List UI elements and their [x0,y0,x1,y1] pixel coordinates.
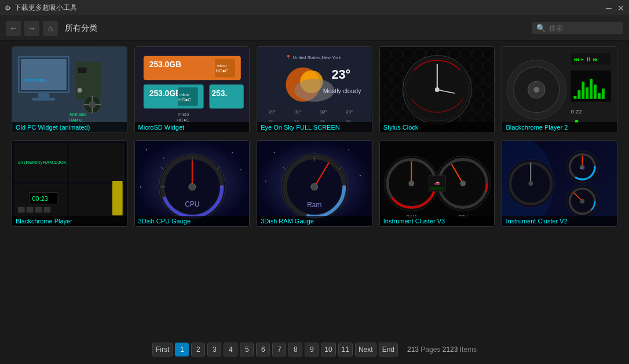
widget-name-5: Blackchrome Player [12,216,127,226]
page-info: 213 Pages 2123 Items [407,345,477,354]
svg-rect-66 [590,79,593,99]
svg-rect-79 [70,144,124,181]
list-item[interactable]: Ram 3Dish RAM Gauge [257,140,372,227]
page-11-button[interactable]: 11 [338,343,353,356]
svg-point-131 [460,181,466,186]
page-2-button[interactable]: 2 [191,343,205,356]
titlebar-controls: ─ ✕ [606,4,624,12]
list-item[interactable]: 📍 United States,New York 23° Mostly clou… [257,46,372,133]
widget-name-9: Instrument Cluster V2 [502,216,617,226]
svg-rect-86 [35,207,42,213]
search-input[interactable] [549,24,619,32]
svg-point-57 [435,87,440,92]
svg-rect-7 [78,67,87,73]
svg-text:micro: micro [217,64,226,68]
svg-rect-88 [112,181,123,215]
svg-point-94 [140,186,141,187]
svg-point-90 [145,149,147,150]
svg-point-13 [89,101,96,108]
forward-button[interactable]: → [24,21,39,36]
widget-name-6: 3Dish CPU Gauge [135,216,250,226]
svg-text:0:22: 0:22 [571,108,582,115]
list-item[interactable]: Photo Albu... Animated RAM u... Old PC W… [12,46,127,133]
widget-grid: Photo Albu... Animated RAM u... Old PC W… [12,46,617,227]
total-items: 2123 [443,345,458,354]
page-5-button[interactable]: 5 [240,343,254,356]
svg-point-108 [348,149,349,150]
svg-text:📍 United States,New York: 📍 United States,New York [286,54,341,60]
svg-text:31°: 31° [294,109,301,115]
page-8-button[interactable]: 8 [288,343,302,356]
page-9-button[interactable]: 9 [305,343,319,356]
widget-name-2: Eye On Sky FULL SCREEN [257,122,372,133]
svg-text:micro: micro [180,93,189,97]
svg-point-92 [232,152,233,153]
page-3-button[interactable]: 3 [207,343,221,356]
pagination-area: First 1 2 3 4 5 6 7 8 9 10 11 Next End 2… [0,335,629,364]
svg-point-126 [408,181,414,186]
svg-rect-64 [582,82,585,99]
first-page-button[interactable]: First [152,343,173,356]
svg-rect-68 [598,93,601,99]
svg-text:Mostly cloudy: Mostly cloudy [323,87,361,94]
svg-text:253.0GB: 253.0GB [149,89,181,98]
minimize-button[interactable]: ─ [606,4,612,12]
list-item[interactable]: 40 Instrument Cluster V2 [502,140,617,227]
svg-text:🚗: 🚗 [434,179,440,185]
svg-point-73 [534,87,540,93]
svg-text:Animated: Animated [70,112,86,116]
total-pages: 213 [407,345,419,354]
title-icon: ⚙ [5,4,11,12]
end-page-button[interactable]: End [379,343,398,356]
page-6-button[interactable]: 6 [256,343,270,356]
svg-point-149 [580,199,585,204]
svg-text:HC●C: HC●C [215,68,228,73]
page-10-button[interactable]: 10 [321,343,335,356]
svg-rect-85 [27,207,34,213]
svg-rect-62 [574,96,577,99]
svg-text:40: 40 [580,166,585,170]
list-item[interactable]: 🚗 RAM CPU Instrument Cluster V3 [379,140,495,227]
list-item[interactable]: 253.0GB © micro HC●C 253.0GB micro HC●C … [134,46,250,133]
svg-point-91 [163,158,164,159]
list-item[interactable]: ⏮ ▶ ⏸ ⏭ 0:22 [502,46,617,133]
svg-text:HC●C: HC●C [178,97,191,102]
search-icon: 🔍 [536,24,546,32]
svg-point-107 [274,152,275,153]
titlebar-title: 下载更多超吸小工具 [14,3,77,13]
svg-rect-4 [38,93,49,98]
widget-name-7: 3Dish RAM Gauge [257,216,372,226]
svg-text:23°: 23° [346,109,353,115]
svg-point-93 [240,169,241,170]
page-1-button[interactable]: 1 [175,343,189,356]
next-page-button[interactable]: Next [355,343,376,356]
svg-point-104 [188,183,195,190]
list-item[interactable]: Stylus Clock [379,46,495,133]
list-item[interactable]: CPU 3Dish CPU Gauge [134,140,250,227]
svg-point-110 [265,181,266,182]
svg-text:00:23: 00:23 [32,195,48,202]
svg-text:23°: 23° [332,67,351,82]
content-area: Photo Albu... Animated RAM u... Old PC W… [0,41,629,335]
svg-rect-84 [18,207,25,213]
back-button[interactable]: ← [6,21,21,36]
svg-rect-65 [586,87,589,99]
svg-point-153 [529,181,533,186]
page-4-button[interactable]: 4 [224,343,237,356]
titlebar-title-area: ⚙ 下载更多超吸小工具 [5,3,77,13]
svg-rect-133 [430,187,444,190]
home-button[interactable]: ⌂ [43,21,58,36]
widget-name-3: Stylus Clock [380,122,495,133]
svg-point-119 [311,183,318,190]
widget-name-0: Old PC Widget (animated) [12,122,127,133]
list-item[interactable]: on (REMIX) RAM.DJOK 00:23 Blackchrome Pl… [12,140,127,227]
svg-text:⏮ ▶ ⏸ ⏭: ⏮ ▶ ⏸ ⏭ [574,56,599,62]
svg-text:micro: micro [178,112,189,117]
svg-rect-69 [602,89,605,99]
svg-rect-87 [43,207,50,213]
page-7-button[interactable]: 7 [272,343,286,356]
svg-rect-3 [21,59,67,90]
svg-text:Photo Albu...: Photo Albu... [24,78,50,83]
close-button[interactable]: ✕ [617,4,624,12]
svg-text:29°: 29° [269,109,276,115]
